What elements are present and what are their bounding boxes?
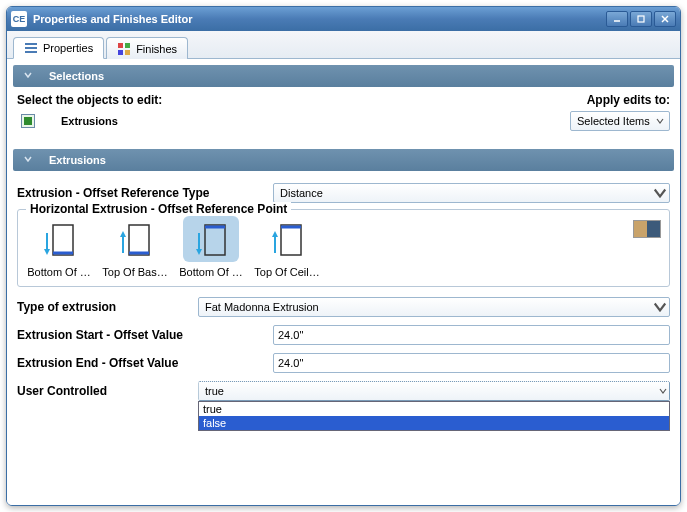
dropdown-option-true[interactable]: true [199, 402, 669, 416]
type-row: Type of extrusion Fat Madonna Extrusion [13, 293, 674, 321]
select-objects-label: Select the objects to edit: [17, 93, 162, 107]
offset-type-label: Extrusion - Offset Reference Type [17, 186, 267, 200]
user-controlled-label: User Controlled [17, 384, 192, 398]
svg-rect-7 [118, 43, 123, 48]
chevron-down-icon [653, 117, 667, 125]
app-icon: CE [11, 11, 27, 27]
section-extrusions-header[interactable]: Extrusions [13, 149, 674, 171]
svg-rect-11 [53, 225, 73, 255]
svg-marker-22 [272, 231, 278, 237]
editor-window: CE Properties and Finishes Editor Proper… [6, 6, 681, 506]
ref-point-icon [259, 216, 315, 262]
content-area: Selections Select the objects to edit: A… [7, 59, 680, 505]
object-type-checkbox-row: Extrusions [21, 114, 118, 128]
ref-point-bottom-of-1[interactable]: Bottom Of … [26, 216, 92, 278]
start-offset-input[interactable] [273, 325, 670, 345]
ref-point-bottom-of-2[interactable]: Bottom Of … [178, 216, 244, 278]
end-offset-input[interactable] [273, 353, 670, 373]
view-toggle-button[interactable] [633, 220, 661, 238]
ref-point-legend: Horizontal Extrusion - Offset Reference … [26, 202, 291, 216]
object-type-label: Extrusions [61, 115, 118, 127]
start-offset-label: Extrusion Start - Offset Value [17, 328, 267, 342]
type-dropdown[interactable]: Fat Madonna Extrusion [198, 297, 670, 317]
end-offset-label: Extrusion End - Offset Value [17, 356, 267, 370]
start-offset-row: Extrusion Start - Offset Value [13, 321, 674, 349]
svg-rect-14 [129, 225, 149, 255]
svg-rect-6 [25, 51, 37, 53]
svg-rect-9 [118, 50, 123, 55]
ref-point-top-of-ceil[interactable]: Top Of Ceil… [254, 216, 320, 278]
ref-point-top-of-base[interactable]: Top Of Bas… [102, 216, 168, 278]
ref-point-fieldset: Horizontal Extrusion - Offset Reference … [17, 209, 670, 287]
chevron-down-icon [23, 154, 33, 166]
maximize-button[interactable] [630, 11, 652, 27]
section-title: Extrusions [49, 154, 106, 166]
selections-row: Select the objects to edit: Apply edits … [13, 87, 674, 109]
user-controlled-row: User Controlled true true false [13, 377, 674, 405]
offset-type-dropdown[interactable]: Distance [273, 183, 670, 203]
ref-point-icon [107, 216, 163, 262]
section-title: Selections [49, 70, 104, 82]
tab-properties[interactable]: Properties [13, 37, 104, 59]
ref-points-group: Bottom Of … Top Of Bas… Bottom Of … [26, 216, 661, 278]
titlebar: CE Properties and Finishes Editor [7, 7, 680, 31]
ref-point-label: Top Of Bas… [102, 266, 168, 278]
ref-point-icon [31, 216, 87, 262]
tab-label: Finishes [136, 43, 177, 55]
section-selections-header[interactable]: Selections [13, 65, 674, 87]
close-button[interactable] [654, 11, 676, 27]
chevron-down-icon [659, 385, 667, 397]
svg-rect-20 [281, 225, 301, 255]
chevron-down-icon [653, 300, 667, 314]
svg-rect-4 [25, 43, 37, 45]
svg-marker-13 [44, 249, 50, 255]
ref-point-label: Bottom Of … [26, 266, 92, 278]
dropdown-value: Fat Madonna Extrusion [205, 301, 653, 313]
svg-marker-16 [120, 231, 126, 237]
chevron-down-icon [23, 70, 33, 82]
ref-point-label: Bottom Of … [178, 266, 244, 278]
ref-point-icon [183, 216, 239, 262]
type-label: Type of extrusion [17, 300, 192, 314]
apply-edits-label: Apply edits to: [587, 93, 670, 107]
chevron-down-icon [653, 186, 667, 200]
dropdown-list: true false [198, 401, 670, 431]
finishes-icon [117, 42, 131, 56]
selections-controls: Extrusions Selected Items [13, 109, 674, 139]
end-offset-row: Extrusion End - Offset Value [13, 349, 674, 377]
svg-rect-8 [125, 43, 130, 48]
svg-rect-17 [205, 225, 225, 255]
tab-finishes[interactable]: Finishes [106, 37, 188, 59]
tab-label: Properties [43, 42, 93, 54]
svg-marker-19 [196, 249, 202, 255]
window-title: Properties and Finishes Editor [33, 13, 604, 25]
extrusions-checkbox[interactable] [21, 114, 35, 128]
svg-rect-1 [638, 16, 644, 22]
tabbar: Properties Finishes [7, 31, 680, 59]
dropdown-value: Selected Items [577, 115, 653, 127]
user-controlled-dropdown[interactable]: true true false [198, 381, 670, 401]
dropdown-value: true [205, 385, 659, 397]
ref-point-label: Top Of Ceil… [254, 266, 320, 278]
dropdown-value: Distance [280, 187, 653, 199]
svg-rect-10 [125, 50, 130, 55]
apply-edits-dropdown[interactable]: Selected Items [570, 111, 670, 131]
svg-rect-5 [25, 47, 37, 49]
dropdown-option-false[interactable]: false [199, 416, 669, 430]
minimize-button[interactable] [606, 11, 628, 27]
properties-icon [24, 41, 38, 55]
